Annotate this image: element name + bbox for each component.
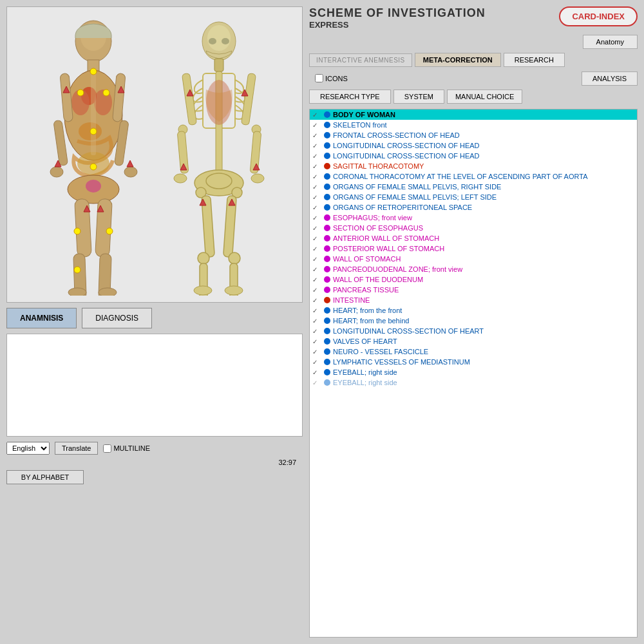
svg-point-22 [68,288,86,296]
list-item-text: SAGITTAL THORACOTOMY [333,162,424,170]
svg-point-39 [207,25,231,51]
list-item-text: LONGITUDINAL CROSS-SECTION OF HEAD [333,152,480,160]
list-item[interactable]: ✓HEART; from the behind [310,316,637,326]
list-item[interactable]: ✓PANCREAS TISSUE [310,285,637,295]
list-item-check: ✓ [312,359,321,366]
list-item-dot [324,111,330,118]
list-item[interactable]: ✓ORGANS OF FEMALE SMALL PELVIS, RIGHT SI… [310,182,637,192]
alphabet-button[interactable]: BY ALPHABET [6,470,84,484]
list-item-check: ✓ [312,328,321,335]
notes-area [6,334,303,437]
body-figure-left [39,19,148,296]
research-type-button[interactable]: RESEARCH TYPE [309,90,391,104]
list-item-check: ✓ [312,163,321,170]
list-item[interactable]: ✓SKELETON front [310,120,637,130]
list-item-check: ✓ [312,153,321,160]
icons-checkbox-container: ICONS [309,71,354,86]
list-item-check: ✓ [312,369,321,376]
list-item-dot [324,348,330,355]
analysis-button[interactable]: ANALYSIS [582,71,638,86]
list-item[interactable]: ✓VALVES OF HEART [310,336,637,346]
meta-correction-button[interactable]: META-CORRECTION [415,53,501,67]
toolbar-row-1: Anatomy [309,35,638,49]
list-item-dot [324,359,330,365]
list-item-dot [324,245,330,252]
list-item[interactable]: ✓POSTERIOR WALL OF STOMACH [310,243,637,254]
bottom-tab-buttons: ANAMNISIS DIAGNOSIS [6,308,303,328]
body-figure-right [167,19,270,296]
list-item-text: ANTERIOR WALL OF STOMACH [333,234,439,242]
list-item-check: ✓ [312,122,321,129]
list-item[interactable]: ✓BODY OF WOMAN [310,109,637,120]
svg-point-30 [74,267,80,273]
svg-point-11 [86,180,101,193]
translate-button[interactable]: Translate [55,442,98,455]
list-item[interactable]: ✓SECTION OF ESOPHAGUS [310,223,637,233]
toolbar-row-4: RESEARCH TYPE SYSTEM MANUAL CHOICE [309,90,638,104]
item-list[interactable]: ✓BODY OF WOMAN✓SKELETON front✓FRONTAL CR… [309,109,638,638]
svg-point-24 [90,68,97,75]
list-item[interactable]: ✓WALL OF THE DUODENUM [310,274,637,285]
svg-rect-13 [113,73,126,122]
list-item[interactable]: ✓HEART; from the front [310,305,637,316]
list-item-dot [324,194,330,200]
list-item[interactable]: ✓ORGANS OF FEMALE SMALL PELVIS; LEFT SID… [310,192,637,202]
anatomy-button[interactable]: Anatomy [583,35,638,49]
list-item[interactable]: ✓SAGITTAL THORACOTOMY [310,161,637,171]
list-item-check: ✓ [312,142,321,149]
svg-point-28 [90,164,97,170]
list-item[interactable]: ✓WALL OF STOMACH [310,254,637,264]
manual-choice-button[interactable]: MANUAL CHOICE [447,90,522,104]
list-item[interactable]: ✓LONGITUDINAL CROSS-SECTION OF HEART [310,326,637,336]
icons-checkbox[interactable] [315,74,323,82]
svg-point-56 [174,174,187,183]
left-panel: ANAMNISIS DIAGNOSIS English Translate MU… [6,6,303,638]
list-item-check: ✓ [312,317,321,325]
list-item-dot [324,256,330,262]
list-item-text: LONGITUDINAL CROSS-SECTION OF HEAD [333,142,480,149]
multiline-checkbox[interactable] [103,444,111,453]
diagnosis-button[interactable]: DIAGNOSIS [82,308,152,328]
list-item[interactable]: ✓FRONTAL CROSS-SECTION OF HEAD [310,130,637,140]
anamnisis-button[interactable]: ANAMNISIS [6,308,77,328]
svg-point-57 [251,174,264,183]
list-item-check: ✓ [312,184,321,191]
express-label: EXPRESS [309,20,486,30]
research-button[interactable]: RESEARCH [504,53,565,67]
list-item-text: BODY OF WOMAN [333,111,395,118]
list-item[interactable]: ✓NEURO - VESSEL FASCICLE [310,346,637,357]
list-item[interactable]: ✓EYEBALL; right side [310,367,637,377]
list-item-check: ✓ [312,266,321,273]
list-item[interactable]: ✓ESOPHAGUS; front view [310,213,637,223]
svg-point-17 [124,167,137,177]
list-item-dot [324,225,330,231]
list-item[interactable]: ✓EYEBALL; right side [310,377,637,388]
interactive-anemnesis-button[interactable]: INTERACTIVE ANEMNESIS [309,53,412,67]
list-item[interactable]: ✓LONGITUDINAL CROSS-SECTION OF HEAD [310,151,637,161]
system-button[interactable]: SYSTEM [393,90,444,104]
list-item-text: HEART; from the front [333,307,402,314]
card-index-button[interactable]: CARD-INDEX [559,6,638,26]
list-item-check: ✓ [312,245,321,252]
language-select[interactable]: English [6,442,50,455]
list-item-dot [324,266,330,272]
svg-point-65 [225,286,243,295]
multiline-checkbox-container: MULTILINE [103,444,150,453]
list-item[interactable]: ✓LYMPHATIC VESSELS OF MEDIASTINUM [310,357,637,367]
list-item-text: ORGANS OF RETROPERITONEAL SPACE [333,204,472,211]
list-item[interactable]: ✓CORONAL THORACOTOMY AT THE LEVEL OF ASC… [310,171,637,182]
list-item[interactable]: ✓ANTERIOR WALL OF STOMACH [310,233,637,243]
list-item-dot [324,317,330,324]
list-item-text: EYEBALL; right side [333,368,397,376]
list-item-text: INTESTINE [333,296,370,304]
list-item[interactable]: ✓LONGITUDINAL CROSS-SECTION OF HEAD [310,140,637,151]
svg-point-40 [209,38,216,44]
list-item[interactable]: ✓PANCREODUODENAL ZONE; front view [310,264,637,274]
list-item[interactable]: ✓ORGANS OF RETROPERITONEAL SPACE [310,202,637,213]
list-item[interactable]: ✓INTESTINE [310,295,637,305]
list-item-text: LYMPHATIC VESSELS OF MEDIASTINUM [333,358,470,366]
icons-label: ICONS [325,75,348,82]
svg-marker-35 [127,160,133,167]
list-item-text: WALL OF STOMACH [333,255,401,263]
toolbar-row-2: INTERACTIVE ANEMNESIS META-CORRECTION RE… [309,53,638,67]
